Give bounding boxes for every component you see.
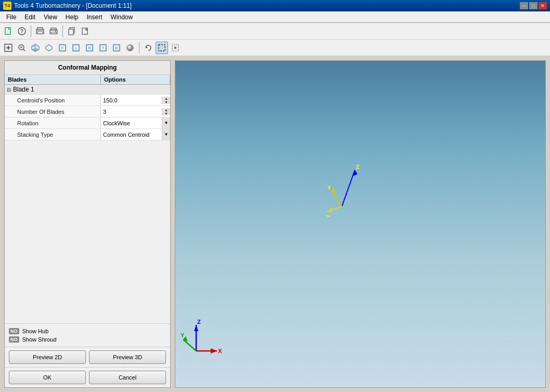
svg-marker-42 — [352, 170, 357, 176]
corner-axis-svg: Z Y X — [181, 320, 222, 361]
cancel-button[interactable]: Cancel — [89, 371, 166, 384]
svg-rect-11 — [69, 29, 73, 35]
show-shroud-row: NO Show Shroud — [9, 336, 166, 343]
svg-marker-24 — [32, 48, 39, 51]
svg-rect-7 — [51, 28, 56, 30]
svg-text:L: L — [75, 46, 77, 50]
show-hub-label: Show Hub — [22, 328, 49, 334]
bottom-view-button[interactable]: B — [110, 42, 123, 54]
prop-centroid-value: 150,0 ▲ ▼ — [101, 95, 170, 106]
app-icon: T4 — [3, 2, 11, 10]
bottom-toggles: NO Show Hub NO Show Shroud — [5, 323, 170, 347]
svg-text:Y: Y — [181, 332, 185, 338]
separator-1 — [31, 25, 31, 37]
prop-blades-row: Number Of Blades 3 ▲ ▼ — [5, 106, 170, 117]
menu-help[interactable]: Help — [61, 12, 83, 22]
new-button[interactable] — [2, 25, 15, 37]
svg-marker-23 — [32, 44, 35, 48]
prop-blades-value: 3 ▲ ▼ — [101, 106, 170, 117]
export-button[interactable] — [79, 25, 92, 37]
menu-insert[interactable]: Insert — [83, 12, 107, 22]
maximize-button[interactable]: □ — [529, 2, 538, 9]
front-view-button[interactable]: F — [56, 42, 69, 54]
menu-view[interactable]: View — [40, 12, 61, 22]
rotate-view-button[interactable] — [142, 42, 155, 54]
menu-window[interactable]: Window — [107, 12, 137, 22]
main-axis-svg: Z Y X — [326, 165, 378, 217]
help-button[interactable]: ? — [16, 25, 28, 37]
svg-rect-8 — [51, 32, 56, 34]
window-title: Tools 4 Turbomachinery - [Document 1:11] — [14, 2, 132, 9]
svg-point-40 — [174, 47, 176, 49]
title-bar-left: T4 Tools 4 Turbomachinery - [Document 1:… — [3, 2, 132, 10]
blades-up-btn[interactable]: ▲ — [162, 108, 170, 112]
right-view-button[interactable]: R — [83, 42, 96, 54]
iso-view-button[interactable] — [43, 42, 55, 54]
blade-group-row[interactable]: ⊟ Blade 1 — [5, 85, 170, 95]
svg-marker-25 — [46, 45, 52, 51]
copy-button[interactable] — [66, 25, 78, 37]
svg-marker-37 — [146, 46, 148, 48]
blades-down-btn[interactable]: ▼ — [162, 112, 170, 115]
svg-rect-38 — [159, 45, 165, 51]
hub-badge[interactable]: NO — [9, 328, 19, 334]
shroud-badge[interactable]: NO — [9, 336, 19, 343]
rotation-dropdown-arrow[interactable]: ▼ — [162, 117, 170, 128]
blades-spinner[interactable]: ▲ ▼ — [162, 108, 170, 115]
blade-group-label: Blade 1 — [13, 86, 34, 93]
prop-stacking-label: Stacking Type — [5, 129, 101, 140]
toolbar-1: ? — [0, 23, 550, 40]
print-preview-button[interactable] — [34, 25, 46, 37]
rotation-value-text[interactable]: ClockWise — [101, 119, 162, 127]
blades-value-text[interactable]: 3 — [101, 108, 162, 116]
header-blades: Blades — [5, 75, 101, 84]
prop-stacking-value: Common Centroid ▼ — [101, 129, 170, 140]
centroid-up-btn[interactable]: ▲ — [162, 97, 170, 100]
prop-grid-header: Blades Options — [5, 75, 170, 85]
minimize-button[interactable]: — — [520, 2, 528, 9]
separator-2 — [62, 25, 63, 37]
svg-line-53 — [183, 339, 196, 351]
svg-rect-0 — [5, 28, 10, 34]
stacking-value-text[interactable]: Common Centroid — [101, 130, 162, 139]
ok-button[interactable]: OK — [9, 371, 86, 384]
stacking-dropdown-arrow[interactable]: ▼ — [162, 129, 170, 140]
title-bar-controls[interactable]: — □ ✕ — [520, 2, 547, 9]
svg-marker-51 — [194, 325, 198, 331]
separator-3 — [139, 42, 139, 54]
3d-viewport[interactable]: Z Y X Z Y X — [175, 60, 546, 388]
preview2d-button[interactable]: Preview 2D — [9, 350, 86, 364]
prop-rotation-label: Rotation — [5, 117, 101, 128]
main-area: Conformal Mapping Blades Options ⊟ Blade… — [0, 56, 550, 392]
toolbar-2: F L R T B — [0, 40, 550, 56]
svg-text:X: X — [218, 348, 222, 354]
centroid-spinner[interactable]: ▲ ▼ — [162, 97, 170, 104]
3d-view-button[interactable] — [29, 42, 42, 54]
prop-centroid-label: Centroid's Position — [5, 95, 101, 106]
svg-text:Y: Y — [327, 185, 331, 191]
centroid-value-text[interactable]: 150,0 — [101, 96, 162, 104]
svg-text:Z: Z — [356, 165, 360, 170]
top-view-button[interactable]: T — [97, 42, 109, 54]
collapse-icon: ⊟ — [7, 87, 11, 93]
prop-blades-label: Number Of Blades — [5, 106, 101, 117]
preview3d-button[interactable]: Preview 3D — [89, 350, 166, 364]
svg-rect-5 — [37, 32, 43, 34]
centroid-down-btn[interactable]: ▼ — [162, 100, 170, 104]
svg-line-18 — [23, 49, 25, 51]
prop-stacking-row: Stacking Type Common Centroid ▼ — [5, 129, 170, 140]
left-view-button[interactable]: L — [70, 42, 82, 54]
svg-text:T: T — [102, 46, 105, 50]
svg-text:X: X — [326, 214, 330, 217]
zoom-button[interactable] — [16, 42, 28, 54]
close-button[interactable]: ✕ — [539, 2, 547, 9]
shading-button[interactable] — [124, 42, 136, 54]
print-button[interactable] — [47, 25, 60, 37]
select-point-button[interactable] — [169, 42, 182, 54]
property-grid: Blades Options ⊟ Blade 1 Centroid's Posi… — [5, 75, 170, 323]
select-box-button[interactable] — [156, 42, 168, 54]
menu-file[interactable]: File — [2, 12, 20, 22]
svg-text:Z: Z — [197, 320, 201, 325]
fit-all-button[interactable] — [2, 42, 15, 54]
menu-edit[interactable]: Edit — [20, 12, 40, 22]
